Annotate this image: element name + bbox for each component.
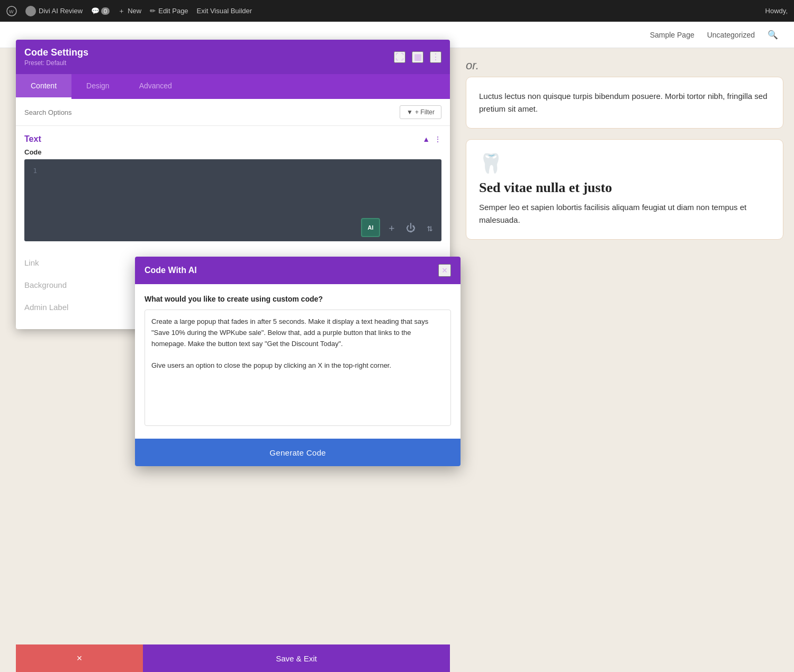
svg-text:W: W [9, 9, 14, 14]
admin-bar: W Divi AI Review 💬 0 ＋ New ✏ Edit Page E… [0, 0, 794, 22]
save-button[interactable]: Save & Exit [143, 644, 450, 672]
comments-link[interactable]: 💬 0 [91, 7, 110, 15]
plus-icon: ＋ [118, 6, 125, 16]
ai-modal-footer: Generate Code [135, 439, 461, 466]
partial-text: or. [466, 59, 783, 72]
ai-modal-body: What would you like to create using cust… [135, 284, 461, 439]
comments-count: 0 [101, 7, 110, 15]
filter-icon: ▼ [407, 108, 413, 116]
comment-icon: 💬 [91, 7, 100, 15]
power-icon[interactable]: ⏻ [403, 220, 418, 235]
section-more-icon[interactable]: ⋮ [434, 135, 441, 143]
content-card-2: 🦷 Sed vitae nulla et justo Semper leo et… [466, 139, 783, 240]
cancel-icon: × [77, 653, 83, 664]
wp-logo[interactable]: W [6, 6, 17, 16]
text-section-header: Text ▲ ⋮ [16, 126, 450, 148]
card1-text: Luctus lectus non quisque turpis bibendu… [479, 90, 770, 115]
ai-modal-header: Code With AI × [135, 257, 461, 284]
ai-modal-question: What would you like to create using cust… [145, 295, 451, 303]
new-button[interactable]: ＋ New [118, 6, 141, 16]
ai-label: AI [368, 224, 374, 231]
columns-icon[interactable]: ▦ [412, 51, 423, 63]
panel-preset: Preset: Default [24, 59, 88, 67]
panel-header-icons: ⛶ ▦ ⋮ [394, 51, 441, 63]
edit-page-link[interactable]: ✏ Edit Page [150, 7, 188, 15]
code-label: Code [16, 148, 450, 159]
line-number-1: 1 [24, 166, 37, 177]
exit-builder-label: Exit Visual Builder [197, 7, 252, 15]
nav-uncategorized[interactable]: Uncategorized [707, 31, 755, 39]
nav-sample-page[interactable]: Sample Page [650, 31, 694, 39]
edit-page-label: Edit Page [158, 7, 188, 15]
page-content-area: or. Luctus lectus non quisque turpis bib… [455, 48, 794, 672]
collapse-icon[interactable]: ▲ [422, 135, 430, 143]
tab-advanced[interactable]: Advanced [124, 74, 187, 99]
panel-title: Code Settings [24, 47, 88, 58]
code-editor[interactable]: 1 AI + ⏻ ⇅ [24, 159, 441, 241]
panel-title-group: Code Settings Preset: Default [24, 47, 88, 67]
search-icon[interactable]: 🔍 [768, 30, 778, 40]
site-name-label: Divi AI Review [39, 7, 83, 15]
section-controls: ▲ ⋮ [422, 135, 441, 143]
more-options-icon[interactable]: ⋮ [430, 51, 441, 63]
panel-bottom-bar: × Save & Exit [16, 644, 450, 672]
card2-title: Sed vitae nulla et justo [479, 180, 770, 196]
exit-builder-link[interactable]: Exit Visual Builder [197, 7, 252, 15]
tab-content[interactable]: Content [16, 74, 71, 99]
ai-code-button[interactable]: AI [361, 218, 380, 237]
ai-modal: Code With AI × What would you like to cr… [135, 257, 461, 466]
panel-header: Code Settings Preset: Default ⛶ ▦ ⋮ [16, 40, 450, 74]
line-numbers: 1 [24, 166, 41, 177]
ai-modal-close-button[interactable]: × [438, 264, 451, 277]
text-section-title: Text [24, 134, 41, 144]
add-code-icon[interactable]: + [384, 220, 399, 235]
site-favicon [25, 6, 36, 16]
search-row: ▼ + Filter [16, 99, 450, 126]
search-input[interactable] [24, 108, 394, 116]
sort-icon[interactable]: ⇅ [422, 220, 437, 235]
fullscreen-icon[interactable]: ⛶ [394, 51, 405, 63]
howdy-text: Howdy, [765, 7, 788, 15]
cancel-button[interactable]: × [16, 644, 143, 672]
card2-text: Semper leo et sapien lobortis facilisis … [479, 201, 770, 226]
generate-code-button[interactable]: Generate Code [135, 439, 461, 466]
filter-button[interactable]: ▼ + Filter [400, 105, 441, 119]
ai-modal-textarea[interactable]: Create a large popup that fades in after… [145, 310, 451, 426]
tab-design[interactable]: Design [71, 74, 124, 99]
panel-tabs: Content Design Advanced [16, 74, 450, 99]
ai-modal-title: Code With AI [145, 266, 197, 275]
content-card-1: Luctus lectus non quisque turpis bibendu… [466, 77, 783, 129]
pencil-icon: ✏ [150, 7, 156, 15]
tooth-icon: 🦷 [479, 152, 770, 175]
code-toolbar: AI + ⏻ ⇅ [361, 218, 437, 237]
new-label: New [128, 7, 141, 15]
site-name[interactable]: Divi AI Review [25, 6, 83, 16]
